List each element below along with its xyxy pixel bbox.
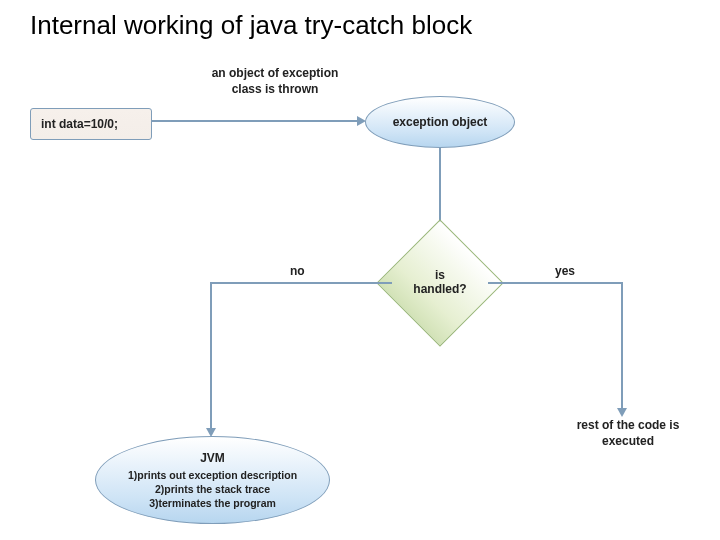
connector xyxy=(488,282,623,284)
jvm-line-1: 1)prints out exception description xyxy=(128,468,297,482)
caption-rest: rest of the code is executed xyxy=(558,418,698,449)
connector xyxy=(210,282,212,430)
page-title: Internal working of java try-catch block xyxy=(30,10,472,41)
node-code-box: int data=10/0; xyxy=(30,108,152,140)
jvm-line-2: 2)prints the stack trace xyxy=(128,482,297,496)
label-no: no xyxy=(290,264,305,278)
connector xyxy=(621,282,623,410)
jvm-text: JVM 1)prints out exception description 2… xyxy=(128,450,297,511)
decision-label: is handled? xyxy=(395,268,485,296)
jvm-line-3: 3)terminates the program xyxy=(128,496,297,510)
connector xyxy=(439,148,441,228)
node-jvm: JVM 1)prints out exception description 2… xyxy=(95,436,330,524)
connector xyxy=(152,120,357,122)
connector xyxy=(210,282,392,284)
caption-thrown: an object of exception class is thrown xyxy=(190,66,360,97)
arrow-icon xyxy=(617,408,627,417)
jvm-heading: JVM xyxy=(128,450,297,466)
node-exception-object: exception object xyxy=(365,96,515,148)
label-yes: yes xyxy=(555,264,575,278)
diagram-canvas: Internal working of java try-catch block… xyxy=(0,0,720,540)
